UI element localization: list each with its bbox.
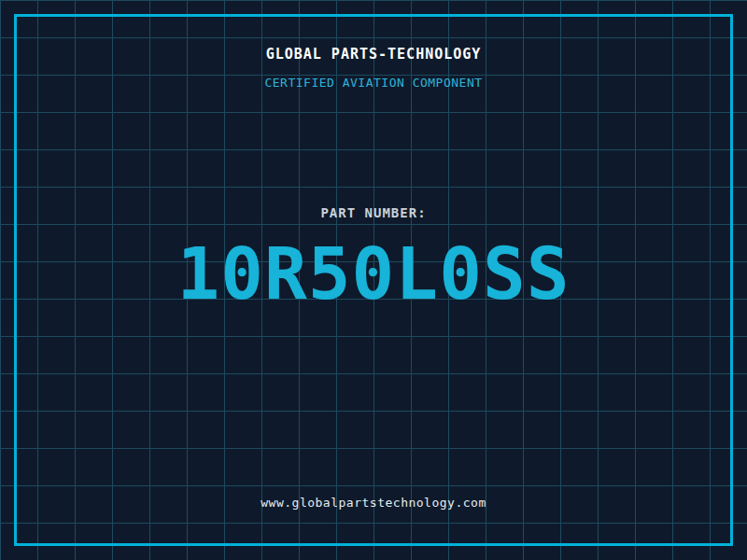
- website-url: www.globalpartstechnology.com: [0, 496, 747, 510]
- part-number-value: 10R50L0SS: [0, 239, 747, 310]
- page-title: GLOBAL PARTS-TECHNOLOGY: [0, 46, 747, 63]
- page-subtitle: CERTIFIED AVIATION COMPONENT: [0, 76, 747, 90]
- certificate-screen: GLOBAL PARTS-TECHNOLOGY CERTIFIED AVIATI…: [0, 0, 747, 560]
- part-number-label: PART NUMBER:: [0, 205, 747, 220]
